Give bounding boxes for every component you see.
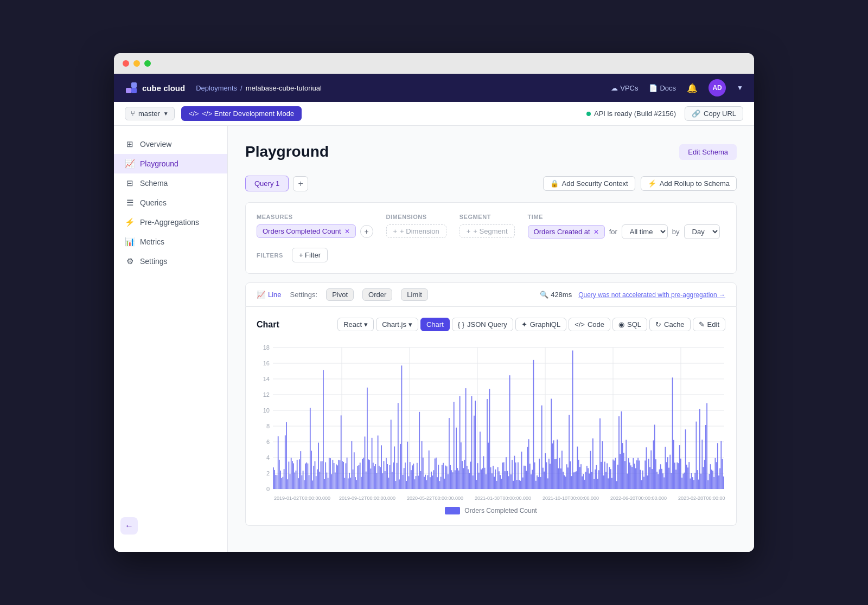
react-dropdown[interactable]: React ▾ — [337, 318, 374, 331]
svg-rect-216 — [495, 469, 496, 489]
sidebar-item-queries[interactable]: ☰ Queries — [114, 193, 227, 213]
svg-rect-120 — [381, 445, 382, 489]
svg-rect-209 — [487, 399, 488, 489]
svg-rect-205 — [482, 468, 483, 489]
copy-url-button[interactable]: 🔗 Copy URL — [685, 106, 743, 121]
svg-rect-186 — [459, 396, 461, 489]
chart-legend: Orders Completed Count — [257, 507, 725, 514]
svg-rect-394 — [706, 403, 707, 489]
minimize-button[interactable] — [133, 60, 140, 67]
svg-rect-211 — [489, 389, 490, 490]
sidebar-item-playground[interactable]: 📈 Playground — [114, 154, 227, 173]
svg-rect-339 — [641, 480, 642, 489]
add-rollup-button[interactable]: ⚡ Add Rollup to Schema — [641, 176, 737, 191]
svg-rect-45 — [292, 461, 293, 489]
sidebar: ⊞ Overview 📈 Playground ⊟ Schema ☰ Queri… — [114, 126, 228, 552]
tab-json-query[interactable]: { } JSON Query — [452, 318, 513, 331]
sidebar-item-pre-aggregations[interactable]: ⚡ Pre-Aggregations — [114, 213, 227, 232]
svg-rect-314 — [611, 478, 612, 489]
tab-graphiql[interactable]: ✦ GraphiQL — [515, 318, 566, 331]
svg-rect-214 — [493, 466, 494, 490]
pivot-button[interactable]: Pivot — [326, 288, 354, 301]
titlebar — [114, 53, 754, 74]
svg-rect-105 — [363, 458, 364, 489]
time-chip[interactable]: Orders Created at ✕ — [528, 225, 605, 239]
chevron-down-icon: ▾ — [409, 320, 412, 329]
close-button[interactable] — [123, 60, 129, 67]
measure-chip[interactable]: Orders Completed Count ✕ — [257, 224, 356, 238]
measure-chip-remove[interactable]: ✕ — [344, 228, 350, 235]
security-context-button[interactable]: 🔒 Add Security Context — [543, 176, 635, 191]
svg-rect-254 — [540, 477, 541, 489]
tab-edit[interactable]: ✎ Edit — [693, 318, 725, 331]
fullscreen-button[interactable] — [144, 60, 151, 67]
svg-rect-261 — [548, 459, 550, 489]
line-viz-button[interactable]: 📈 Line — [257, 289, 282, 300]
chevron-down-icon: ▾ — [364, 320, 368, 329]
logo-icon — [125, 81, 138, 94]
sidebar-item-overview[interactable]: ⊞ Overview — [114, 134, 227, 154]
sidebar-item-metrics[interactable]: 📊 Metrics — [114, 232, 227, 252]
svg-rect-150 — [417, 463, 418, 489]
pre-aggregation-link[interactable]: Query was not accelerated with pre-aggre… — [578, 291, 725, 299]
svg-rect-344 — [647, 475, 648, 489]
add-query-tab-button[interactable]: + — [293, 176, 308, 191]
query-tab-1[interactable]: Query 1 — [245, 176, 289, 191]
add-measure-button[interactable]: + — [360, 225, 373, 238]
svg-rect-145 — [411, 470, 412, 489]
add-filter-button[interactable]: + Filter — [292, 248, 328, 262]
sidebar-item-schema[interactable]: ⊟ Schema — [114, 173, 227, 193]
svg-rect-96 — [353, 469, 354, 489]
svg-rect-305 — [601, 462, 602, 489]
time-chip-remove[interactable]: ✕ — [593, 228, 599, 236]
limit-button[interactable]: Limit — [401, 288, 427, 301]
svg-rect-196 — [471, 396, 473, 489]
svg-rect-53 — [302, 475, 303, 489]
chart-tabs: React ▾ Chart.js ▾ Chart { } — [337, 318, 725, 331]
vpcs-link[interactable]: ☁ VPCs — [611, 84, 638, 92]
dev-mode-button[interactable]: </> </> Enter Development Mode — [181, 106, 302, 121]
add-dimension-button[interactable]: + + Dimension — [386, 224, 446, 238]
segment-section: SEGMENT + + Segment — [459, 214, 515, 239]
svg-rect-267 — [556, 459, 557, 489]
svg-rect-310 — [607, 464, 608, 490]
builder-main-row: MEASURES Orders Completed Count ✕ + — [257, 214, 725, 239]
branch-button[interactable]: ⑂ master ▼ — [125, 107, 175, 120]
svg-rect-375 — [684, 473, 685, 489]
order-button[interactable]: Order — [362, 288, 392, 301]
docs-link[interactable]: 📄 Docs — [649, 84, 676, 92]
time-range-select[interactable]: All time — [622, 224, 668, 239]
svg-rect-47 — [294, 473, 295, 490]
svg-rect-157 — [425, 475, 426, 489]
svg-rect-0 — [126, 88, 131, 93]
svg-rect-218 — [497, 467, 499, 489]
avatar[interactable]: AD — [709, 79, 726, 96]
chartjs-dropdown[interactable]: Chart.js ▾ — [376, 318, 418, 331]
tab-sql[interactable]: ◉ SQL — [612, 318, 647, 331]
svg-rect-166 — [436, 458, 437, 489]
svg-rect-76 — [329, 458, 330, 489]
svg-rect-347 — [650, 450, 652, 489]
svg-rect-368 — [675, 469, 676, 489]
svg-rect-82 — [336, 465, 337, 489]
svg-rect-321 — [620, 454, 621, 489]
svg-rect-176 — [448, 474, 449, 489]
svg-rect-268 — [557, 440, 558, 489]
sidebar-item-settings[interactable]: ⚙ Settings — [114, 252, 227, 271]
svg-rect-91 — [347, 458, 348, 489]
edit-schema-button[interactable]: Edit Schema — [679, 144, 737, 160]
tab-code[interactable]: </> Code — [569, 318, 610, 331]
add-segment-button[interactable]: + + Segment — [459, 224, 515, 238]
time-granularity-select[interactable]: Day — [684, 224, 720, 239]
legend-color-swatch — [445, 507, 460, 514]
tab-cache[interactable]: ↻ Cache — [649, 318, 691, 331]
tab-chart[interactable]: Chart — [420, 318, 450, 331]
svg-rect-326 — [626, 440, 627, 489]
svg-rect-133 — [397, 463, 398, 489]
svg-rect-336 — [637, 458, 639, 490]
svg-rect-59 — [309, 475, 310, 489]
chart-container: 18 16 14 12 10 8 6 4 2 0 — [257, 340, 725, 503]
collapse-button[interactable]: ← — [120, 517, 138, 535]
notifications-icon[interactable]: 🔔 — [687, 83, 698, 93]
svg-rect-289 — [582, 477, 583, 489]
